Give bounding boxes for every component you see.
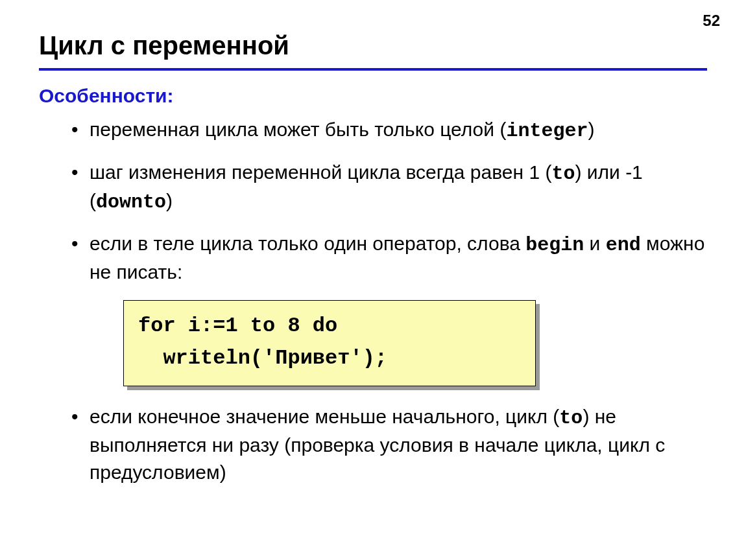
keyword-to: to xyxy=(559,407,583,429)
section-subhead: Особенности: xyxy=(39,85,707,107)
bullet-list: переменная цикла может быть только целой… xyxy=(71,116,707,286)
keyword-integer: integer xyxy=(506,120,588,142)
keyword-downto: downto xyxy=(96,191,166,213)
keyword-end: end xyxy=(606,234,641,256)
code-block: for i:=1 to 8 do writeln('Привет'); xyxy=(123,300,536,386)
keyword-begin: begin xyxy=(525,234,584,256)
bullet-item: если в теле цикла только один оператор, … xyxy=(71,230,707,286)
title-rule xyxy=(39,68,707,71)
bullet-item: переменная цикла может быть только целой… xyxy=(71,116,707,145)
bullet-item: шаг изменения переменной цикла всегда ра… xyxy=(71,159,707,216)
bullet-text: переменная цикла может быть только целой… xyxy=(90,119,506,140)
slide: 52 Цикл с переменной Особенности: переме… xyxy=(0,0,746,560)
keyword-to: to xyxy=(551,163,575,185)
bullet-list-continued: если конечное значение меньше начального… xyxy=(71,403,707,486)
bullet-text: если конечное значение меньше начального… xyxy=(90,406,559,427)
page-number: 52 xyxy=(703,12,720,30)
bullet-text: шаг изменения переменной цикла всегда ра… xyxy=(90,161,551,183)
bullet-text: ) xyxy=(166,190,173,211)
bullet-text: ) xyxy=(588,119,594,140)
slide-title: Цикл с переменной xyxy=(39,31,707,60)
bullet-text: если в теле цикла только один оператор, … xyxy=(90,233,525,254)
bullet-item: если конечное значение меньше начального… xyxy=(71,403,707,486)
bullet-text: и xyxy=(584,233,605,254)
